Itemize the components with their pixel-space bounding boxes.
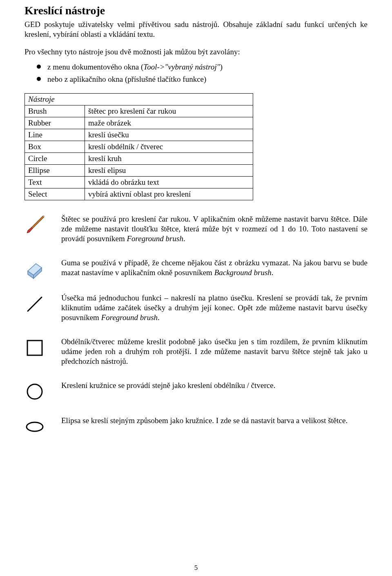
table-row: Text vkládá do obrázku text bbox=[25, 176, 253, 188]
ellipse-icon bbox=[24, 416, 61, 437]
tool-name: Rubber bbox=[25, 117, 85, 129]
tool-name: Brush bbox=[25, 105, 85, 117]
bullet-text-prefix: z menu dokumentového okna ( bbox=[47, 63, 143, 71]
svg-point-8 bbox=[27, 384, 42, 399]
tool-desc: maže obrázek bbox=[85, 117, 253, 129]
svg-point-9 bbox=[27, 422, 43, 431]
text-run: . bbox=[158, 313, 160, 322]
table-header: Nástroje bbox=[25, 93, 253, 105]
tool-name: Line bbox=[25, 129, 85, 141]
bullet-text: nebo z aplikačního okna (příslušné tlačí… bbox=[47, 75, 206, 83]
table-row: Ellipse kreslí elipsu bbox=[25, 164, 253, 176]
tool-desc: kreslí obdélník / čtverec bbox=[85, 141, 253, 152]
text-italic: Foreground brush bbox=[101, 313, 158, 322]
page-number: 5 bbox=[0, 564, 392, 572]
tool-text: Obdélník/čtverec můžeme kreslit podobně … bbox=[61, 337, 368, 367]
tool-name: Ellipse bbox=[25, 164, 85, 176]
tool-desc: vybírá aktivní oblast pro kreslení bbox=[85, 188, 253, 200]
svg-marker-1 bbox=[27, 227, 33, 233]
tool-text: Guma se používá v případě, že chceme něj… bbox=[61, 258, 368, 278]
tool-text: Elipsa se kreslí stejným způsobem jako k… bbox=[61, 416, 368, 426]
tool-desc: kreslí kruh bbox=[85, 152, 253, 164]
tool-name: Box bbox=[25, 141, 85, 152]
box-icon bbox=[24, 337, 61, 358]
text-italic: Foreground brush bbox=[127, 234, 183, 243]
call-options-list: z menu dokumentového okna (Tool->"vybran… bbox=[37, 61, 368, 86]
tool-text: Kreslení kružnice se provádí stejně jako… bbox=[61, 381, 368, 390]
tool-name: Text bbox=[25, 176, 85, 188]
tool-item-line: Úsečka má jednoduchou funkci – nakreslí … bbox=[24, 293, 368, 323]
text-italic: Background brush bbox=[214, 268, 272, 277]
tool-item-ellipse: Elipsa se kreslí stejným způsobem jako k… bbox=[24, 416, 368, 437]
tool-text: Štětec se používá pro kreslení čar rukou… bbox=[61, 214, 368, 244]
table-row: Rubber maže obrázek bbox=[25, 117, 253, 129]
svg-rect-7 bbox=[27, 341, 42, 355]
table-row: Box kreslí obdélník / čtverec bbox=[25, 141, 253, 152]
list-lead: Pro všechny tyto nástroje jsou dvě možno… bbox=[24, 47, 368, 57]
tool-item-box: Obdélník/čtverec můžeme kreslit podobně … bbox=[24, 337, 368, 367]
tool-name: Select bbox=[25, 188, 85, 200]
page: Kreslící nástroje GED poskytuje uživatel… bbox=[0, 0, 392, 576]
line-icon bbox=[24, 293, 61, 314]
tool-descriptions: Štětec se používá pro kreslení čar rukou… bbox=[24, 214, 368, 437]
tool-item-circle: Kreslení kružnice se provádí stejně jako… bbox=[24, 381, 368, 402]
table-row: Line kreslí úsečku bbox=[25, 129, 253, 141]
page-title: Kreslící nástroje bbox=[24, 4, 368, 17]
table-row: Circle kreslí kruh bbox=[25, 152, 253, 164]
tool-desc: štětec pro kreslení čar rukou bbox=[85, 105, 253, 117]
list-item: z menu dokumentového okna (Tool->"vybran… bbox=[37, 61, 368, 73]
text-run: Štětec se používá pro kreslení čar rukou… bbox=[61, 215, 368, 243]
table-row: Brush štětec pro kreslení čar rukou bbox=[25, 105, 253, 117]
text-run: . bbox=[183, 234, 185, 243]
tool-item-brush: Štětec se používá pro kreslení čar rukou… bbox=[24, 214, 368, 244]
tool-desc: vkládá do obrázku text bbox=[85, 176, 253, 188]
brush-icon bbox=[24, 214, 61, 235]
bullet-text-italic: Tool->"vybraný nástroj" bbox=[143, 63, 220, 71]
tool-text: Úsečka má jednoduchou funkci – nakreslí … bbox=[61, 293, 368, 323]
bullet-text-suffix: ) bbox=[220, 63, 223, 71]
tool-desc: kreslí úsečku bbox=[85, 129, 253, 141]
tools-table: Nástroje Brush štětec pro kreslení čar r… bbox=[24, 93, 253, 200]
text-run: . bbox=[272, 268, 274, 277]
circle-icon bbox=[24, 381, 61, 402]
eraser-icon bbox=[24, 258, 61, 279]
svg-marker-0 bbox=[31, 216, 44, 229]
table-row: Nástroje bbox=[25, 93, 253, 105]
tool-desc: kreslí elipsu bbox=[85, 164, 253, 176]
list-item: nebo z aplikačního okna (příslušné tlačí… bbox=[37, 73, 368, 85]
tool-name: Circle bbox=[25, 152, 85, 164]
svg-line-6 bbox=[28, 297, 42, 311]
table-row: Select vybírá aktivní oblast pro kreslen… bbox=[25, 188, 253, 200]
tool-item-eraser: Guma se používá v případě, že chceme něj… bbox=[24, 258, 368, 279]
intro-paragraph: GED poskytuje uživatelsky velmi přívětiv… bbox=[24, 20, 368, 40]
